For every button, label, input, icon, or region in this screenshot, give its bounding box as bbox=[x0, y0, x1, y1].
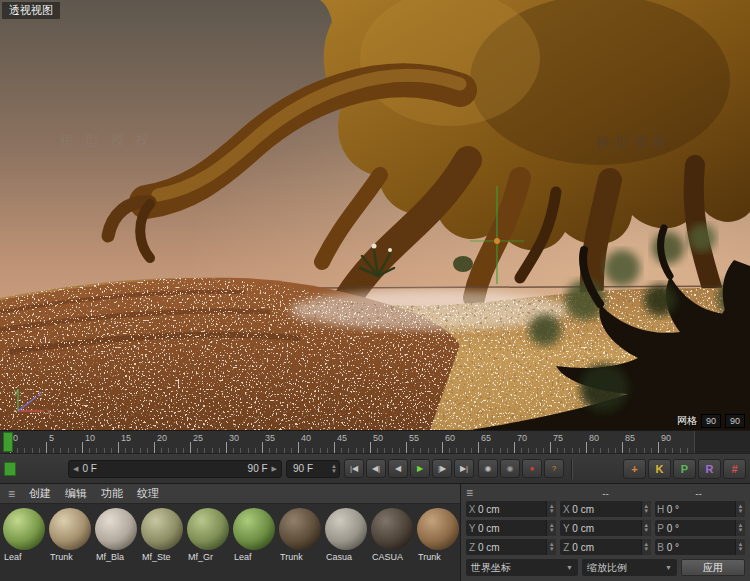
autokey-ring-icon[interactable]: ◉ bbox=[500, 459, 520, 478]
coordinate-field-y[interactable]: Y0 cm▲▼ bbox=[560, 520, 650, 536]
menu-function[interactable]: 功能 bbox=[101, 486, 123, 501]
record-rotation-icon[interactable]: R bbox=[698, 459, 721, 479]
material-sphere[interactable] bbox=[187, 508, 229, 550]
stepper-down-icon[interactable]: ▼ bbox=[549, 509, 555, 514]
timeline-tick-65[interactable]: 65 bbox=[478, 431, 514, 453]
stepper-down-icon[interactable]: ▼ bbox=[549, 528, 555, 533]
stepper[interactable]: ▲▼ bbox=[641, 539, 651, 555]
record-parameter-icon[interactable]: P bbox=[673, 459, 696, 479]
timeline-tick-10[interactable]: 10 bbox=[82, 431, 118, 453]
play-forwards-button[interactable]: ▶ bbox=[410, 459, 430, 478]
menu-edit[interactable]: 编辑 bbox=[65, 486, 87, 501]
timeline-tick-60[interactable]: 60 bbox=[442, 431, 478, 453]
coordinate-field-z[interactable]: Z0 cm▲▼ bbox=[466, 539, 556, 555]
stepper[interactable]: ▲▼ bbox=[735, 501, 745, 517]
material-sphere[interactable] bbox=[141, 508, 183, 550]
material-item[interactable]: Leaf bbox=[2, 508, 47, 562]
coordinate-field-h[interactable]: H0 °▲▼ bbox=[655, 501, 745, 517]
record-position-icon[interactable]: + bbox=[623, 459, 646, 479]
timeline-tick-30[interactable]: 30 bbox=[226, 431, 262, 453]
record-key-icon[interactable]: K bbox=[648, 459, 671, 479]
timeline-ruler[interactable]: 051015202530354045505560657075808590 bbox=[0, 430, 750, 454]
stepper-down-icon[interactable]: ▼ bbox=[331, 469, 337, 474]
material-item[interactable]: Trunk bbox=[48, 508, 93, 562]
record-active-icon[interactable]: ● bbox=[522, 459, 542, 478]
slider-right-arrow-icon[interactable]: ▶ bbox=[272, 465, 277, 473]
material-sphere[interactable] bbox=[371, 508, 413, 550]
play-backwards-button[interactable]: ◀ bbox=[388, 459, 408, 478]
menu-texture[interactable]: 纹理 bbox=[137, 486, 159, 501]
coordinate-field-p[interactable]: P0 °▲▼ bbox=[655, 520, 745, 536]
coordinate-field-x[interactable]: X0 cm▲▼ bbox=[560, 501, 650, 517]
keyframe-grid-icon[interactable]: # bbox=[723, 459, 746, 479]
help-icon[interactable]: ? bbox=[544, 459, 564, 478]
stepper[interactable]: ▲▼ bbox=[641, 501, 651, 517]
material-item[interactable]: Mf_Gr bbox=[186, 508, 231, 562]
viewport-view-label[interactable]: 透视视图 bbox=[2, 2, 60, 19]
next-key-button[interactable]: |▶ bbox=[432, 459, 452, 478]
stepper-down-icon[interactable]: ▼ bbox=[738, 547, 744, 552]
material-item[interactable]: Mf_Bla bbox=[94, 508, 139, 562]
go-to-end-button[interactable]: ▶| bbox=[454, 459, 474, 478]
timeline-playhead[interactable] bbox=[3, 432, 13, 452]
stepper-down-icon[interactable]: ▼ bbox=[549, 547, 555, 552]
coords-menu-icon[interactable]: ≡ bbox=[466, 486, 559, 500]
stepper[interactable]: ▲▼ bbox=[735, 520, 745, 536]
timeline-tick-70[interactable]: 70 bbox=[514, 431, 550, 453]
coordinate-field-x[interactable]: X0 cm▲▼ bbox=[466, 501, 556, 517]
material-sphere[interactable] bbox=[49, 508, 91, 550]
timeline-tick-55[interactable]: 55 bbox=[406, 431, 442, 453]
menu-create[interactable]: 创建 bbox=[29, 486, 51, 501]
timeline-tick-50[interactable]: 50 bbox=[370, 431, 406, 453]
menu-icon[interactable]: ≡ bbox=[8, 487, 15, 501]
material-item[interactable]: Leaf bbox=[232, 508, 277, 562]
material-sphere[interactable] bbox=[95, 508, 137, 550]
go-to-start-button[interactable]: |◀ bbox=[344, 459, 364, 478]
timeline-tick-90[interactable]: 90 bbox=[658, 431, 694, 453]
timeline-tick-85[interactable]: 85 bbox=[622, 431, 658, 453]
slider-left-arrow-icon[interactable]: ◀ bbox=[73, 465, 78, 473]
stepper[interactable]: ▲▼ bbox=[546, 501, 556, 517]
timeline-tick-20[interactable]: 20 bbox=[154, 431, 190, 453]
stepper[interactable]: ▲▼ bbox=[735, 539, 745, 555]
frame-range-slider[interactable]: ◀ 0 F 90 F ▶ bbox=[68, 460, 282, 478]
coordinate-field-z[interactable]: Z0 cm▲▼ bbox=[560, 539, 650, 555]
timeline-tick-40[interactable]: 40 bbox=[298, 431, 334, 453]
stepper[interactable]: ▲▼ bbox=[641, 520, 651, 536]
timeline-tick-25[interactable]: 25 bbox=[190, 431, 226, 453]
material-sphere[interactable] bbox=[325, 508, 367, 550]
timeline-tick-0[interactable]: 0 bbox=[10, 431, 46, 453]
previous-key-button[interactable]: ◀| bbox=[366, 459, 386, 478]
end-frame-field[interactable]: 90 F ▲▼ bbox=[286, 460, 340, 478]
material-item[interactable]: Mf_Ste bbox=[140, 508, 185, 562]
stepper[interactable]: ▲▼ bbox=[546, 539, 556, 555]
current-frame-marker[interactable] bbox=[4, 462, 16, 476]
material-item[interactable]: Trunk bbox=[278, 508, 323, 562]
timeline-tick-45[interactable]: 45 bbox=[334, 431, 370, 453]
viewport-3d[interactable]: 透视视图 模型授权 模型授权 x y z 网格 90 90 bbox=[0, 0, 750, 430]
material-sphere[interactable] bbox=[417, 508, 459, 550]
stepper-down-icon[interactable]: ▼ bbox=[643, 547, 649, 552]
apply-button[interactable]: 应用 bbox=[681, 559, 745, 576]
timeline-tick-5[interactable]: 5 bbox=[46, 431, 82, 453]
material-item[interactable]: CASUA bbox=[370, 508, 415, 562]
timeline-tick-80[interactable]: 80 bbox=[586, 431, 622, 453]
material-sphere[interactable] bbox=[3, 508, 45, 550]
end-frame-stepper[interactable]: ▲▼ bbox=[331, 464, 337, 474]
coordinate-system-dropdown[interactable]: 世界坐标 ▼ bbox=[466, 559, 578, 576]
stepper-down-icon[interactable]: ▼ bbox=[738, 509, 744, 514]
coordinate-field-b[interactable]: B0 °▲▼ bbox=[655, 539, 745, 555]
material-sphere[interactable] bbox=[279, 508, 321, 550]
material-item[interactable]: Trunk bbox=[416, 508, 460, 562]
timeline-tick-15[interactable]: 15 bbox=[118, 431, 154, 453]
stepper[interactable]: ▲▼ bbox=[546, 520, 556, 536]
timeline-tick-75[interactable]: 75 bbox=[550, 431, 586, 453]
stepper-down-icon[interactable]: ▼ bbox=[643, 528, 649, 533]
material-item[interactable]: Casua bbox=[324, 508, 369, 562]
stepper-down-icon[interactable]: ▼ bbox=[643, 509, 649, 514]
record-keyframe-icon[interactable]: ◉ bbox=[478, 459, 498, 478]
scale-mode-dropdown[interactable]: 缩放比例 ▼ bbox=[582, 559, 677, 576]
material-sphere[interactable] bbox=[233, 508, 275, 550]
coordinate-field-y[interactable]: Y0 cm▲▼ bbox=[466, 520, 556, 536]
timeline-tick-35[interactable]: 35 bbox=[262, 431, 298, 453]
